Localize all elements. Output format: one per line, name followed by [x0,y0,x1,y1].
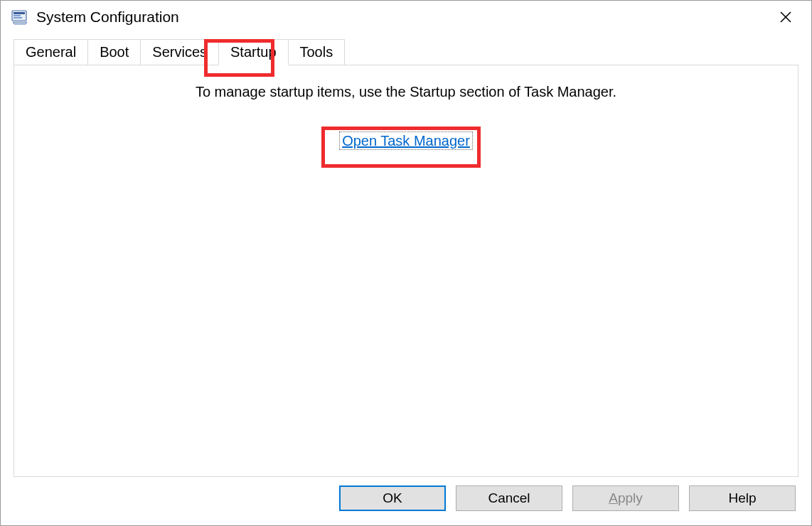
help-button[interactable]: Help [689,485,796,511]
open-task-manager-wrap: Open Task Manager [328,124,484,158]
dialog-buttons: OK Cancel Apply Help [1,485,811,525]
svg-rect-3 [14,17,22,18]
tab-general[interactable]: General [14,39,88,65]
tab-services[interactable]: Services [140,39,219,65]
titlebar: System Configuration [1,1,811,33]
msconfig-icon [11,8,29,26]
startup-message: To manage startup items, use the Startup… [28,84,784,100]
tab-startup[interactable]: Startup [218,39,288,65]
open-task-manager-link[interactable]: Open Task Manager [341,133,471,149]
svg-rect-2 [14,15,21,16]
window-title: System Configuration [36,9,766,26]
ok-button[interactable]: OK [339,485,446,511]
tab-boot[interactable]: Boot [87,39,141,65]
close-icon [779,11,792,23]
close-button[interactable] [766,3,806,31]
system-configuration-window: System Configuration General Boot Servic… [0,0,812,526]
svg-rect-1 [14,12,25,14]
apply-button: Apply [572,485,679,511]
tab-content: To manage startup items, use the Startup… [14,65,798,477]
cancel-button[interactable]: Cancel [456,485,562,511]
tab-tools[interactable]: Tools [288,39,346,65]
tab-strip: General Boot Services Startup Tools [1,33,811,65]
